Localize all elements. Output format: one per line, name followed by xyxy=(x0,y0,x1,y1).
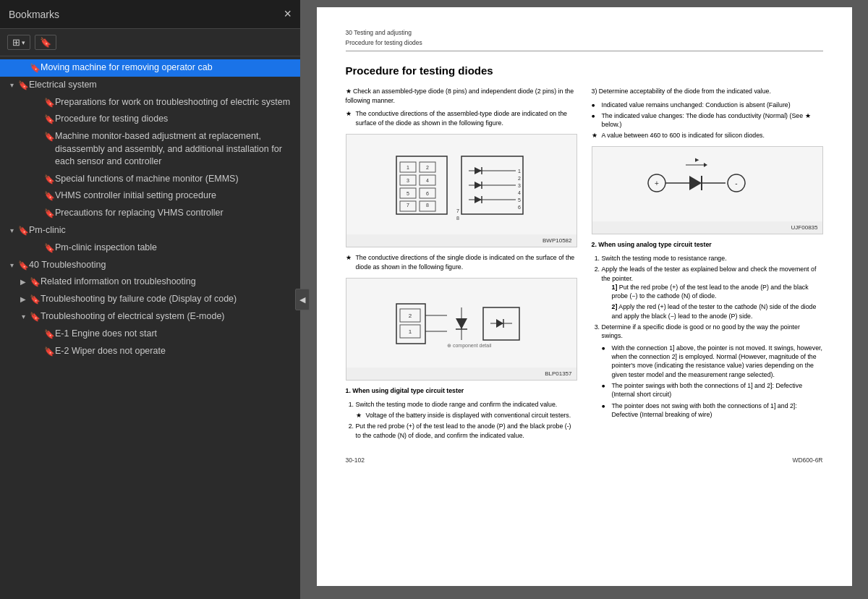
svg-marker-46 xyxy=(456,318,467,329)
section2-step3: Determine if a specific diode is good or… xyxy=(602,323,823,419)
figure-3-diode-circuit: + - xyxy=(592,146,823,234)
bookmark-item-troubleshooting-electrical[interactable]: ▾ 🔖 Troubleshooting of electrical system… xyxy=(0,308,300,326)
bookmark-item-electrical-system[interactable]: ▾ 🔖 Electrical system xyxy=(0,77,300,94)
bookmark-label: Electrical system xyxy=(29,79,294,92)
document-id: WD600-6R xyxy=(792,456,822,465)
bullet-conn3: ● The pointer does not swing with both t… xyxy=(602,402,823,420)
figure-2-single-diode: 2 1 xyxy=(346,278,577,381)
svg-marker-19 xyxy=(475,167,482,174)
bullet-2: ● The indicated value changes: The diode… xyxy=(592,111,823,129)
section2-title: 2. When using analog type circuit tester xyxy=(592,240,823,250)
bookmark-icon: 🔖 xyxy=(29,61,41,75)
sidebar-title: Bookmarks xyxy=(9,9,59,20)
substep1: 1] Put the red probe (+) of the test lea… xyxy=(612,283,823,301)
svg-text:5: 5 xyxy=(407,191,409,196)
svg-text:4: 4 xyxy=(518,190,521,195)
figure-3-caption: UJF00835 xyxy=(592,221,822,234)
sidebar-header: Bookmarks × xyxy=(0,0,300,29)
bookmark-item-machine-monitor[interactable]: 🔖 Machine monitor-based adjustment at re… xyxy=(0,128,300,171)
bookmark-item-preparations[interactable]: 🔖 Preparations for work on troubleshooti… xyxy=(0,94,300,111)
svg-text:7: 7 xyxy=(456,208,459,213)
bookmark-item-troubleshooting-40[interactable]: ▾ 🔖 40 Troubleshooting xyxy=(0,257,300,274)
connector-diagram-svg: 1 2 3 4 5 6 7 8 xyxy=(389,142,534,225)
bookmark-item-troubleshooting-failure[interactable]: ▶ 🔖 Troubleshooting by failure code (Dis… xyxy=(0,291,300,308)
bookmark-icon: 🔖 xyxy=(43,190,55,203)
bookmark-icon: 🔖 xyxy=(43,96,55,109)
expand-arrow xyxy=(32,96,43,98)
grid-icon: ⊞ xyxy=(12,37,20,48)
bookmark-icon: 🔖 xyxy=(17,79,29,92)
bookmark-label: Related information on troubleshooting xyxy=(41,276,294,289)
svg-text:+: + xyxy=(655,179,659,187)
bookmark-item-procedure-testing[interactable]: 🔖 Procedure for testing diodes xyxy=(0,111,300,128)
expand-arrow: ▾ xyxy=(6,259,17,271)
page-header-line1: 30 Testing and adjusting xyxy=(346,29,823,38)
expand-arrow xyxy=(32,130,43,132)
bookmark-label: Pm-clinic xyxy=(29,224,294,237)
intro-text: ★ Check an assembled-type diode (8 pins)… xyxy=(346,87,577,106)
svg-marker-50 xyxy=(496,319,503,328)
bookmark-item-vhms-initial[interactable]: 🔖 VHMS controller initial setting proced… xyxy=(0,187,300,205)
left-column: ★ Check an assembled-type diode (8 pins)… xyxy=(346,87,577,442)
bookmark-label: Moving machine for removing operator cab xyxy=(41,61,294,75)
figure-1-connector: 1 2 3 4 5 6 7 8 xyxy=(346,134,577,247)
figure-1-caption: BWP10582 xyxy=(346,234,576,247)
svg-text:1: 1 xyxy=(407,165,409,170)
svg-text:5: 5 xyxy=(518,197,521,203)
bookmark-item-vhms-replace[interactable]: 🔖 Precautions for replacing VHMS control… xyxy=(0,205,300,222)
bookmark-item-pm-clinic[interactable]: ▾ 🔖 Pm-clinic xyxy=(0,222,300,239)
bullet-3: ★ A value between 460 to 600 is indicate… xyxy=(592,131,823,140)
bookmark-icon: 🔖 xyxy=(43,113,55,126)
section2-steps: Switch the testing mode to resistance ra… xyxy=(592,254,823,419)
svg-text:-: - xyxy=(735,179,737,187)
bookmark-label: E-1 Engine does not start xyxy=(55,328,294,341)
chevron-down-icon: ▾ xyxy=(22,39,25,46)
close-button[interactable]: × xyxy=(284,7,292,22)
bookmark-label: Procedure for testing diodes xyxy=(55,113,294,126)
section2-step1: Switch the testing mode to resistance ra… xyxy=(602,254,823,263)
expand-arrow xyxy=(17,61,29,63)
bookmark-icon: 🔖 xyxy=(43,242,55,255)
sidebar-toolbar: ⊞ ▾ 🔖 xyxy=(0,29,300,56)
expand-arrow: ▶ xyxy=(17,276,29,287)
svg-text:1: 1 xyxy=(408,328,412,335)
expand-arrow: ▾ xyxy=(6,79,17,90)
bookmark-item-pm-inspection[interactable]: 🔖 Pm-clinic inspection table xyxy=(0,239,300,257)
page-container: 30 Testing and adjusting Procedure for t… xyxy=(317,7,852,586)
page-header-line2: Procedure for testing diodes xyxy=(346,39,823,48)
bookmark-list: 🔖 Moving machine for removing operator c… xyxy=(0,56,300,599)
page-number: 30-102 xyxy=(346,456,365,465)
collapse-sidebar-button[interactable]: ◀ xyxy=(295,289,310,310)
bookmark-button[interactable]: 🔖 xyxy=(35,35,56,50)
svg-text:6: 6 xyxy=(518,205,521,210)
bookmark-icon: 🔖 xyxy=(29,276,41,289)
bookmark-item-related-info[interactable]: ▶ 🔖 Related information on troubleshooti… xyxy=(0,273,300,291)
svg-text:8: 8 xyxy=(456,216,459,221)
bookmark-icon: 🔖 xyxy=(29,310,41,323)
star1-text: ★ The conductive directions of the assem… xyxy=(346,109,577,128)
section2-substeps: 1] Put the red probe (+) of the test lea… xyxy=(602,283,823,320)
svg-marker-56 xyxy=(689,176,702,190)
bookmark-label: Pm-clinic inspection table xyxy=(55,242,294,255)
view-options-button[interactable]: ⊞ ▾ xyxy=(7,35,30,50)
expand-arrow xyxy=(32,328,43,329)
svg-text:3: 3 xyxy=(407,178,409,183)
svg-text:4: 4 xyxy=(426,178,429,183)
expand-arrow: ▾ xyxy=(17,310,29,322)
bookmark-icon: 🔖 xyxy=(17,259,29,272)
star2-text: ★ The conductive directions of the singl… xyxy=(346,253,577,272)
svg-text:2: 2 xyxy=(426,165,429,170)
section2-step2: Apply the leads of the tester as explain… xyxy=(602,265,823,320)
expand-arrow xyxy=(32,345,43,347)
bookmark-icon: 🔖 xyxy=(17,224,29,237)
bookmark-item-e1-engine[interactable]: 🔖 E-1 Engine does not start xyxy=(0,326,300,343)
bookmark-item-moving-machine[interactable]: 🔖 Moving machine for removing operator c… xyxy=(0,59,300,77)
svg-text:⊕ component detail: ⊕ component detail xyxy=(447,343,492,349)
bookmark-icon: 🔖 xyxy=(43,328,55,341)
expand-arrow: ▾ xyxy=(6,224,17,236)
svg-text:2: 2 xyxy=(518,176,521,181)
svg-marker-27 xyxy=(475,196,482,203)
bookmark-item-special-functions[interactable]: 🔖 Special functions of machine monitor (… xyxy=(0,171,300,188)
bookmark-icon: 🔖 xyxy=(43,207,55,220)
bookmark-item-e2-wiper[interactable]: 🔖 E-2 Wiper does not operate xyxy=(0,343,300,360)
